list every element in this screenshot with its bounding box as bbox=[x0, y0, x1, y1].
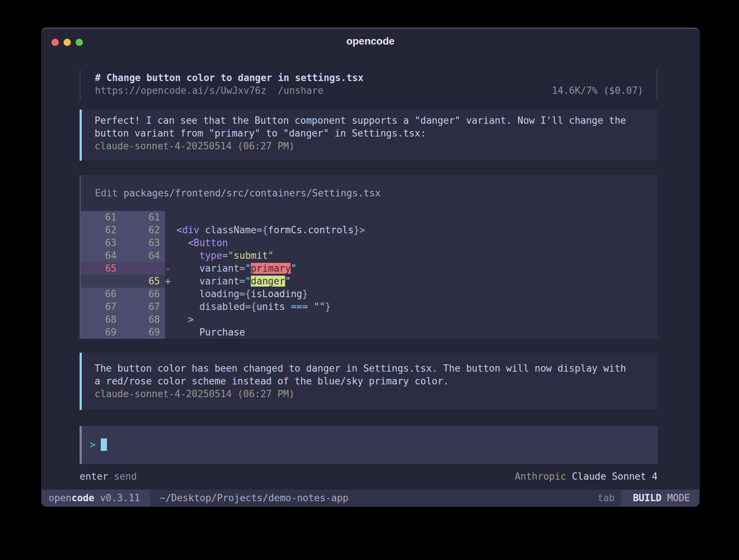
text-cursor bbox=[101, 438, 107, 451]
build-mode-chip[interactable]: BUILD MODE bbox=[621, 490, 699, 506]
app-version-chip: opencode v0.3.11 bbox=[42, 490, 150, 506]
tab-key-hint: tab bbox=[597, 490, 614, 506]
diff-row: 6868 > bbox=[81, 313, 658, 326]
line-number-old: 67 bbox=[81, 300, 121, 313]
session-content: # Change button color to danger in setti… bbox=[80, 70, 658, 483]
diff-code-line: > bbox=[165, 313, 658, 326]
line-number-old: 68 bbox=[81, 313, 121, 326]
assistant-message: Perfect! I can see that the Button compo… bbox=[80, 110, 658, 161]
diff-row: 6363 <Button bbox=[81, 237, 658, 249]
diff-code-line: type="submit" bbox=[165, 249, 658, 262]
line-number-new: 64 bbox=[121, 249, 165, 262]
diff-row: 6767 disabled={units === ""} bbox=[81, 300, 658, 313]
diff-code-line: loading={isLoading} bbox=[165, 288, 658, 300]
assistant-message-text: Perfect! I can see that the Button compo… bbox=[95, 114, 650, 140]
share-url-link[interactable]: https://opencode.ai/s/UwJxv76z bbox=[95, 84, 267, 97]
line-number-new bbox=[121, 262, 165, 275]
line-number-new: 69 bbox=[121, 326, 165, 339]
line-number-new: 65 bbox=[121, 275, 165, 288]
line-number-new: 63 bbox=[121, 237, 165, 249]
line-number-new: 62 bbox=[121, 224, 165, 237]
line-number-old bbox=[81, 275, 121, 288]
edit-tool-card: Edit packages/frontend/src/containers/Se… bbox=[80, 175, 658, 339]
titlebar: opencode bbox=[42, 28, 699, 54]
edit-tool-action: Edit bbox=[95, 188, 118, 199]
assistant-message-text: The button color has been changed to dan… bbox=[95, 362, 650, 388]
prompt-input[interactable]: > bbox=[80, 426, 658, 464]
session-subline: https://opencode.ai/s/UwJxv76z /unshare … bbox=[95, 84, 643, 97]
send-action-hint: send bbox=[108, 471, 137, 482]
diff-code-line: - variant="primary" bbox=[165, 262, 658, 275]
diff-code-line: Purchase bbox=[165, 326, 658, 339]
brand-prefix: open bbox=[49, 492, 72, 503]
context-usage-stats: 14.6K/7% ($0.07) bbox=[552, 84, 643, 97]
diff-row: 65+ variant="danger" bbox=[81, 275, 658, 288]
line-number-new: 61 bbox=[121, 211, 165, 224]
brand-suffix: code bbox=[72, 492, 95, 503]
mode-primary: BUILD bbox=[633, 492, 661, 503]
enter-key-hint: enter bbox=[80, 471, 108, 482]
line-number-old: 65 bbox=[81, 262, 121, 275]
line-number-new: 66 bbox=[121, 288, 165, 300]
assistant-message: The button color has been changed to dan… bbox=[80, 353, 658, 410]
model-provider: Anthropic bbox=[515, 471, 572, 482]
line-number-old: 62 bbox=[81, 224, 121, 237]
status-bar: opencode v0.3.11 ~/Desktop/Projects/demo… bbox=[42, 490, 699, 506]
line-number-old: 66 bbox=[81, 288, 121, 300]
unshare-command[interactable]: /unshare bbox=[278, 84, 323, 97]
footer-hints: enter send Anthropic Claude Sonnet 4 bbox=[80, 470, 658, 483]
diff-row: 65- variant="primary" bbox=[81, 262, 658, 275]
model-indicator: Anthropic Claude Sonnet 4 bbox=[515, 470, 658, 483]
line-number-old: 63 bbox=[81, 237, 121, 249]
diff-code-line bbox=[165, 211, 658, 224]
prompt-symbol: > bbox=[90, 439, 96, 450]
line-number-old: 64 bbox=[81, 249, 121, 262]
diff-code-line: <div className={formCs.controls}> bbox=[165, 224, 658, 237]
line-number-new: 67 bbox=[121, 300, 165, 313]
diff-row: 6666 loading={isLoading} bbox=[81, 288, 658, 300]
diff-code-line: <Button bbox=[165, 237, 658, 249]
line-number-old: 69 bbox=[81, 326, 121, 339]
edit-tool-header: Edit packages/frontend/src/containers/Se… bbox=[81, 175, 658, 211]
window-title: opencode bbox=[42, 28, 699, 54]
diff-code-line: + variant="danger" bbox=[165, 275, 658, 288]
diff-row: 6161 bbox=[81, 211, 658, 224]
line-number-old: 61 bbox=[81, 211, 121, 224]
line-number-new: 68 bbox=[121, 313, 165, 326]
mode-secondary: MODE bbox=[662, 492, 690, 503]
diff-row: 6969 Purchase bbox=[81, 326, 658, 339]
opencode-window: opencode # Change button color to danger… bbox=[41, 28, 700, 507]
session-header: # Change button color to danger in setti… bbox=[80, 70, 658, 100]
diff-row: 6262 <div className={formCs.controls}> bbox=[81, 224, 658, 237]
model-name: Claude Sonnet 4 bbox=[572, 471, 658, 482]
diff-view: 61616262 <div className={formCs.controls… bbox=[81, 211, 658, 339]
assistant-message-meta: claude-sonnet-4-20250514 (06:27 PM) bbox=[95, 140, 650, 153]
app-version: v0.3.11 bbox=[94, 492, 140, 503]
diff-code-line: disabled={units === ""} bbox=[165, 300, 658, 313]
session-title: # Change button color to danger in setti… bbox=[95, 72, 643, 84]
edit-file-path: packages/frontend/src/containers/Setting… bbox=[118, 188, 381, 199]
diff-row: 6464 type="submit" bbox=[81, 249, 658, 262]
assistant-message-meta: claude-sonnet-4-20250514 (06:27 PM) bbox=[95, 388, 650, 400]
working-directory: ~/Desktop/Projects/demo-notes-app bbox=[160, 490, 348, 506]
